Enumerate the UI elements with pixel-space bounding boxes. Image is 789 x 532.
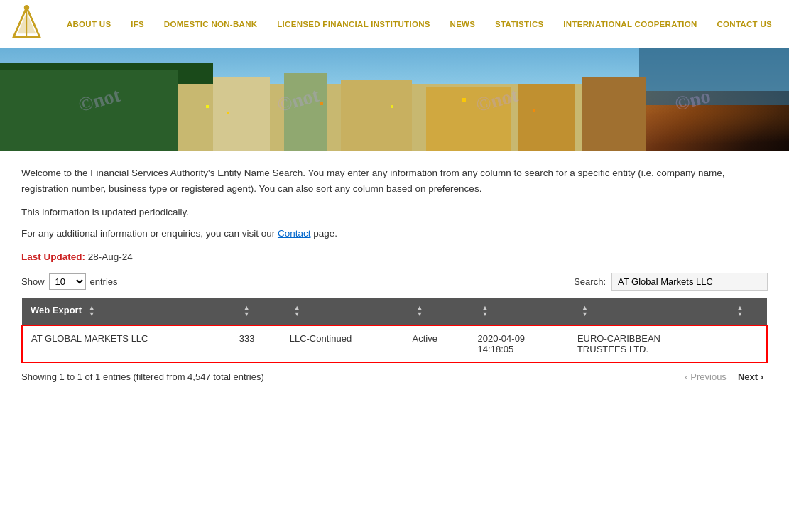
sort-arrows-col6: ▲▼	[582, 305, 588, 317]
nav-ifs[interactable]: IFS	[126, 16, 148, 32]
cell-status: Active	[403, 325, 469, 362]
col-5[interactable]: ▲▼	[469, 298, 569, 325]
svg-rect-12	[426, 87, 511, 151]
cell-extra	[724, 325, 767, 362]
svg-rect-5	[639, 48, 789, 105]
last-updated-value: 28-Aug-24	[85, 251, 133, 262]
svg-rect-16	[227, 112, 229, 114]
pagination: ‹ Previous Next ›	[680, 370, 768, 384]
next-button[interactable]: Next ›	[734, 370, 768, 384]
previous-button[interactable]: ‹ Previous	[680, 370, 731, 384]
sort-arrows-col1: ▲▼	[89, 305, 95, 317]
nav-international-cooperation[interactable]: INTERNATIONAL COOPERATION	[559, 16, 701, 32]
cell-entity-name: AT GLOBAL MARKETS LLC	[22, 325, 231, 362]
nav-contact-us[interactable]: CONTACT US	[712, 16, 776, 32]
col-3[interactable]: ▲▼	[281, 298, 404, 325]
entries-label: entries	[90, 276, 118, 287]
intro-paragraph: Welcome to the Financial Services Author…	[21, 165, 768, 196]
nav-domestic-non-bank[interactable]: DOMESTIC NON-BANK	[160, 16, 262, 32]
show-label: Show	[21, 276, 45, 287]
sort-arrows-col3: ▲▼	[294, 305, 300, 317]
last-updated-label: Last Updated:	[21, 251, 85, 262]
search-label: Search:	[574, 276, 606, 287]
svg-rect-17	[320, 102, 323, 105]
sort-arrows-col7: ▲▼	[737, 305, 744, 317]
col-2[interactable]: ▲▼	[231, 298, 281, 325]
cell-business-type: LLC-Continued	[281, 325, 404, 362]
showing-entries: Showing 1 to 1 of 1 entries (filtered fr…	[21, 371, 264, 382]
col-6[interactable]: ▲▼	[569, 298, 724, 325]
enquiry-paragraph: For any additional information or enquir…	[21, 228, 768, 239]
svg-rect-7	[0, 70, 178, 151]
last-updated: Last Updated: 28-Aug-24	[21, 251, 768, 262]
sort-arrows-col2: ▲▼	[244, 305, 250, 317]
sort-arrows-col5: ▲▼	[482, 305, 489, 317]
cell-agent: EURO-CARIBBEANTRUSTEES LTD.	[569, 325, 724, 362]
svg-rect-13	[518, 84, 575, 151]
sort-arrows-col4: ▲▼	[416, 305, 423, 317]
svg-rect-10	[284, 73, 327, 151]
table-footer: Showing 1 to 1 of 1 entries (filtered fr…	[21, 370, 768, 384]
nav-statistics[interactable]: STATISTICS	[491, 16, 548, 32]
col-7[interactable]: ▲▼	[724, 298, 767, 325]
cell-reg-number: 333	[231, 325, 281, 362]
table-header-row: Web Export ▲▼ ▲▼ ▲▼ ▲▼ ▲▼ ▲▼	[22, 298, 767, 325]
nav-menu: ABOUT US IFS DOMESTIC NON-BANK LICENSED …	[57, 16, 782, 32]
col-web-export[interactable]: Web Export ▲▼	[22, 298, 231, 325]
svg-rect-19	[462, 98, 466, 102]
table-controls: Show 10 25 50 100 entries Search:	[21, 273, 768, 291]
svg-rect-11	[341, 80, 412, 151]
updated-notice: This information is updated periodically…	[21, 207, 768, 217]
nav-licensed-financial[interactable]: LICENSED FINANCIAL INSTITUTIONS	[273, 16, 434, 32]
cell-date: 2020-04-0914:18:05	[469, 325, 569, 362]
svg-rect-15	[206, 105, 209, 108]
hero-banner: ©not ©not ©not ©no	[0, 48, 789, 151]
enquiry-text-after: page.	[310, 228, 337, 239]
table-row: AT GLOBAL MARKETS LLC 333 LLC-Continued …	[22, 325, 767, 362]
svg-rect-20	[533, 109, 535, 112]
search-input[interactable]	[611, 273, 768, 291]
svg-point-3	[24, 5, 29, 10]
nav-news[interactable]: NEWS	[446, 16, 480, 32]
main-content: Welcome to the Financial Services Author…	[0, 151, 789, 398]
navigation: ABOUT US IFS DOMESTIC NON-BANK LICENSED …	[0, 0, 789, 48]
svg-rect-14	[582, 77, 646, 151]
search-box: Search:	[574, 273, 768, 291]
contact-link[interactable]: Contact	[278, 228, 311, 239]
logo[interactable]	[7, 4, 50, 43]
svg-rect-9	[213, 77, 270, 151]
svg-rect-18	[391, 105, 393, 108]
enquiry-text-before: For any additional information or enquir…	[21, 228, 278, 239]
col-4[interactable]: ▲▼	[403, 298, 469, 325]
entity-table: Web Export ▲▼ ▲▼ ▲▼ ▲▼ ▲▼ ▲▼	[21, 298, 768, 363]
show-entries-control: Show 10 25 50 100 entries	[21, 273, 118, 290]
entries-select[interactable]: 10 25 50 100	[49, 273, 86, 290]
nav-about-us[interactable]: ABOUT US	[62, 16, 115, 32]
